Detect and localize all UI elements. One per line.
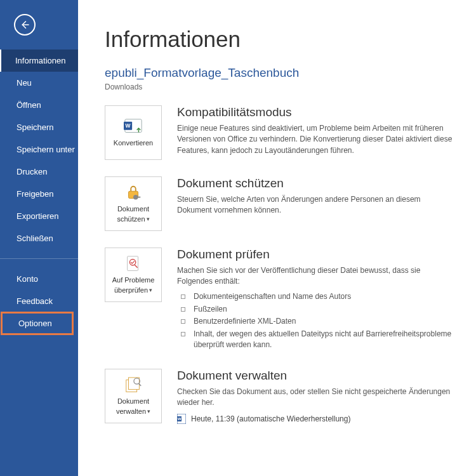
- tile-label-line1: Auf Probleme: [112, 276, 155, 285]
- nav-item-schliessen[interactable]: Schließen: [0, 227, 78, 249]
- nav-label: Feedback: [17, 296, 53, 306]
- section-desc: Machen Sie sich vor der Veröffentlichung…: [177, 265, 457, 288]
- nav-label: Öffnen: [17, 100, 41, 110]
- list-item: Dokumenteigenschaften und Name des Autor…: [177, 291, 457, 302]
- chevron-down-icon: ▾: [149, 287, 152, 294]
- svg-rect-12: [129, 378, 140, 390]
- section-protect: Dokument schützen ▾ Dokument schützen St…: [105, 176, 457, 231]
- inspect-bullet-list: Dokumenteigenschaften und Name des Autor…: [177, 291, 457, 350]
- svg-text:W: W: [178, 417, 182, 421]
- nav-label: Freigeben: [17, 189, 54, 199]
- nav-label: Speichern: [17, 122, 54, 132]
- svg-text:W: W: [126, 122, 131, 129]
- nav-separator: [0, 258, 78, 259]
- section-heading: Dokument prüfen: [177, 248, 457, 261]
- svg-rect-7: [137, 197, 141, 198]
- section-manage: Dokument verwalten ▾ Dokument verwalten …: [105, 369, 457, 424]
- inspect-tile[interactable]: Auf Probleme überprüfen ▾: [105, 248, 162, 302]
- tile-label-line1: Dokument: [117, 205, 149, 214]
- chevron-down-icon: ▾: [147, 408, 150, 415]
- page-title: Informationen: [105, 27, 457, 52]
- section-desc: Steuern Sie, welche Arten von Änderungen…: [177, 194, 457, 216]
- list-item: Benutzerdefinierte XML-Daten: [177, 316, 457, 327]
- protect-tile[interactable]: Dokument schützen ▾: [105, 176, 162, 231]
- recovery-text: Heute, 11:39 (automatische Wiederherstel…: [191, 414, 350, 423]
- nav-label: Drucken: [17, 167, 47, 176]
- document-location: Downloads: [105, 83, 457, 91]
- document-title[interactable]: epubli_Formatvorlage_Taschenbuch: [105, 66, 457, 80]
- list-item: Inhalt, der wegen des aktuellen Dateityp…: [177, 329, 457, 350]
- nav-item-speichern[interactable]: Speichern: [0, 116, 78, 138]
- section-heading: Dokument schützen: [177, 176, 457, 190]
- word-doc-icon: W: [177, 414, 186, 424]
- tile-label-line1: Dokument: [117, 397, 149, 406]
- nav-label: Neu: [17, 78, 32, 88]
- arrow-left-icon: [19, 19, 30, 30]
- nav-label: Informationen: [15, 56, 66, 65]
- nav-item-freigeben[interactable]: Freigeben: [0, 183, 78, 205]
- section-desc: Einige neue Features sind deaktiviert, u…: [177, 123, 457, 156]
- back-button[interactable]: [14, 14, 36, 36]
- nav-item-informationen[interactable]: Informationen: [0, 50, 78, 72]
- tile-label-line2: verwalten: [116, 407, 146, 416]
- nav-item-drucken[interactable]: Drucken: [0, 161, 78, 183]
- nav-item-optionen[interactable]: Optionen: [3, 314, 69, 333]
- nav-label: Konto: [17, 274, 38, 284]
- list-item: Fußzeilen: [177, 304, 457, 315]
- nav-item-exportieren[interactable]: Exportieren: [0, 205, 78, 227]
- lock-icon: [124, 183, 143, 201]
- manage-tile[interactable]: Dokument verwalten ▾: [105, 369, 162, 423]
- tutorial-highlight: Optionen: [1, 312, 74, 335]
- nav-item-oeffnen[interactable]: Öffnen: [0, 94, 78, 116]
- main-panel: Informationen epubli_Formatvorlage_Tasch…: [78, 0, 476, 476]
- inspect-icon: [124, 255, 143, 272]
- convert-tile[interactable]: W Konvertieren: [105, 105, 162, 160]
- chevron-down-icon: ▾: [147, 216, 150, 223]
- tile-label: Konvertieren: [114, 139, 153, 148]
- section-heading: Dokument verwalten: [177, 369, 457, 383]
- section-heading: Kompatibilitätsmodus: [177, 105, 457, 119]
- section-desc: Checken Sie das Dokument aus, oder stell…: [177, 387, 457, 409]
- tile-label-line2: schützen: [117, 215, 145, 224]
- nav-label: Optionen: [18, 319, 52, 328]
- section-compatibility: W Konvertieren Kompatibilitätsmodus Eini…: [105, 105, 457, 160]
- nav-item-speichern-unter[interactable]: Speichern unter: [0, 138, 78, 161]
- manage-icon: [124, 376, 143, 393]
- nav-label: Speichern unter: [17, 145, 75, 154]
- recovery-entry[interactable]: W Heute, 11:39 (automatische Wiederherst…: [177, 414, 457, 424]
- nav-item-neu[interactable]: Neu: [0, 72, 78, 94]
- nav-item-konto[interactable]: Konto: [0, 268, 78, 290]
- nav-item-feedback[interactable]: Feedback: [0, 290, 78, 312]
- nav-label: Schließen: [17, 234, 53, 243]
- nav-label: Exportieren: [17, 211, 58, 221]
- backstage-sidebar: Informationen Neu Öffnen Speichern Speic…: [0, 0, 78, 476]
- word-convert-icon: W: [124, 117, 143, 135]
- tile-label-line2: überprüfen: [114, 286, 148, 295]
- section-inspect: Auf Probleme überprüfen ▾ Dokument prüfe…: [105, 248, 457, 352]
